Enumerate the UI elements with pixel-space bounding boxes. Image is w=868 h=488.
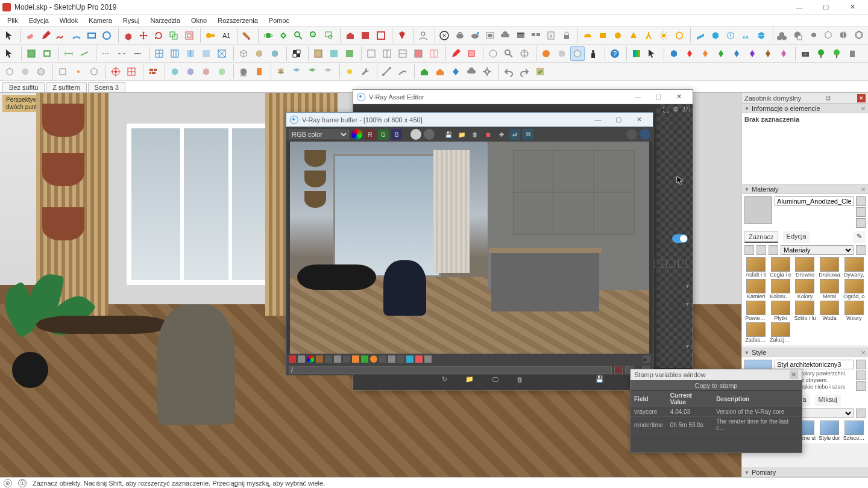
scene-tab-3[interactable]: Scena 3 bbox=[88, 82, 125, 92]
material-category[interactable]: Drewno bbox=[793, 257, 817, 278]
win3-icon[interactable] bbox=[395, 46, 410, 61]
materials-pencil-icon[interactable]: ✎ bbox=[853, 231, 866, 243]
vray-light-dome-icon[interactable] bbox=[580, 28, 594, 43]
zoom-extents-icon[interactable] bbox=[307, 28, 321, 43]
layer3-icon[interactable] bbox=[305, 64, 319, 79]
material-category[interactable]: Kolory bbox=[793, 279, 817, 299]
house-green-icon[interactable] bbox=[417, 64, 432, 79]
component-icon[interactable] bbox=[40, 46, 54, 61]
vfb-bt-3-icon[interactable] bbox=[307, 355, 314, 363]
grid-red-icon[interactable] bbox=[124, 64, 139, 79]
ae-settings-icon[interactable]: ⚙ bbox=[673, 105, 679, 113]
grid5-icon[interactable] bbox=[215, 46, 229, 61]
asset-editor-titlebar[interactable]: V-Ray Asset Editor — ▢ ✕ bbox=[353, 90, 693, 104]
box4-icon[interactable] bbox=[215, 64, 229, 79]
pushpull-icon[interactable] bbox=[121, 28, 135, 43]
text-icon[interactable]: A1 bbox=[219, 28, 233, 43]
marker-green-icon[interactable] bbox=[714, 46, 728, 61]
zoom-icon[interactable] bbox=[292, 28, 306, 43]
camera-icon[interactable] bbox=[798, 46, 813, 61]
shape2-icon[interactable] bbox=[71, 64, 86, 79]
close-button[interactable]: ✕ bbox=[839, 1, 866, 14]
vray-plane-icon[interactable] bbox=[693, 28, 707, 43]
layer4-icon[interactable] bbox=[321, 64, 335, 79]
material-category[interactable]: Ogród, o bbox=[842, 279, 866, 299]
vray-vfb-icon[interactable] bbox=[514, 28, 527, 43]
menu-view[interactable]: Widok bbox=[55, 16, 83, 25]
nav-menu-icon[interactable] bbox=[856, 245, 866, 255]
dash-1-icon[interactable] bbox=[99, 46, 113, 61]
style-category[interactable]: Style dor bbox=[818, 421, 841, 441]
shape3-icon[interactable] bbox=[87, 64, 101, 79]
vray-batch-icon[interactable] bbox=[529, 28, 542, 43]
vfb-bt-expand-icon[interactable]: » bbox=[643, 355, 650, 363]
vray-light-ies-icon[interactable] bbox=[641, 28, 655, 43]
dash-2-icon[interactable] bbox=[115, 46, 129, 61]
marker-red-icon[interactable] bbox=[682, 46, 697, 61]
help-icon[interactable]: ? bbox=[608, 46, 622, 61]
style-update-icon[interactable] bbox=[856, 371, 866, 380]
ae-section-chevron-icon[interactable]: ▾ bbox=[686, 301, 689, 307]
ae-close-button[interactable]: ✕ bbox=[668, 90, 689, 104]
vfb-bt-14-icon[interactable] bbox=[406, 355, 414, 363]
ae-box2-icon[interactable] bbox=[666, 260, 675, 268]
cube-c-icon[interactable] bbox=[34, 64, 48, 79]
picker-icon[interactable] bbox=[645, 46, 659, 61]
tree2-icon[interactable] bbox=[829, 46, 844, 61]
ae-refresh-icon[interactable]: ↻ bbox=[442, 375, 447, 383]
panel-close-icon[interactable]: ✕ bbox=[861, 186, 866, 193]
material-category[interactable]: Koloruj w bbox=[769, 279, 793, 299]
scene-tab-1[interactable]: Bez sufitu bbox=[2, 82, 45, 92]
select-arrow-icon[interactable] bbox=[2, 46, 17, 61]
apply-icon[interactable] bbox=[533, 64, 547, 79]
group-icon[interactable] bbox=[24, 46, 39, 61]
solid-shell-icon[interactable] bbox=[852, 28, 866, 43]
rotate-icon[interactable] bbox=[151, 28, 165, 43]
vray-light-omni-icon[interactable] bbox=[657, 28, 671, 43]
vfb-cc-icon[interactable] bbox=[626, 129, 637, 140]
checker-icon[interactable] bbox=[289, 46, 304, 61]
comp1-icon[interactable] bbox=[311, 46, 326, 61]
tape-icon[interactable] bbox=[203, 28, 217, 43]
box2-icon[interactable] bbox=[183, 64, 198, 79]
diamond-blue-icon[interactable] bbox=[448, 64, 463, 79]
vray-frame-buffer-window[interactable]: V-Ray frame buffer - [100% of 800 x 450]… bbox=[286, 112, 653, 370]
eraser-icon[interactable] bbox=[24, 28, 37, 43]
style-category[interactable]: Szkicowa bbox=[842, 421, 866, 441]
red-target-icon[interactable] bbox=[108, 64, 123, 79]
ae-maximize-button[interactable]: ▢ bbox=[648, 90, 668, 104]
create-material-icon[interactable] bbox=[856, 196, 866, 206]
vfb-bt-6-icon[interactable] bbox=[334, 355, 341, 363]
path2-icon[interactable] bbox=[395, 64, 410, 79]
ae-box1-icon[interactable] bbox=[654, 260, 662, 268]
vfb-bt-10-icon[interactable] bbox=[370, 355, 377, 363]
ae-monitor-icon[interactable]: 🖵 bbox=[492, 376, 498, 383]
warehouse-icon[interactable] bbox=[343, 28, 357, 43]
layer2-icon[interactable] bbox=[289, 64, 304, 79]
vfb-bt-16-icon[interactable] bbox=[424, 355, 432, 363]
vray-lock-icon[interactable] bbox=[559, 28, 573, 43]
style-settings-icon[interactable] bbox=[856, 381, 866, 391]
red-square-icon[interactable] bbox=[464, 46, 479, 61]
grid4-icon[interactable] bbox=[199, 46, 213, 61]
marker-orange-icon[interactable] bbox=[698, 46, 712, 61]
wrench-icon[interactable] bbox=[358, 64, 373, 79]
layer1-icon[interactable] bbox=[274, 64, 288, 79]
cube2-icon[interactable] bbox=[570, 46, 585, 61]
scale-icon[interactable] bbox=[167, 28, 181, 43]
arc-icon[interactable] bbox=[69, 28, 83, 43]
extension-icon[interactable] bbox=[359, 28, 373, 43]
orbit-icon[interactable] bbox=[261, 28, 275, 43]
cube1-icon[interactable] bbox=[555, 46, 569, 61]
scene-tab-2[interactable]: Z sufitem bbox=[46, 82, 86, 92]
material-category[interactable]: Drukowa bbox=[818, 257, 841, 278]
tray-close-icon[interactable]: ✕ bbox=[857, 94, 866, 102]
circle-icon[interactable] bbox=[100, 28, 114, 43]
copy-to-stamp-button[interactable]: Copy to stamp bbox=[631, 380, 802, 391]
nav-back-icon[interactable] bbox=[744, 245, 754, 255]
vray-light-sphere-icon[interactable] bbox=[611, 28, 625, 43]
materials-library-select[interactable]: Materiały bbox=[781, 245, 854, 255]
ae-trash-icon[interactable]: 🗑 bbox=[517, 376, 523, 383]
cube-blue-icon[interactable] bbox=[667, 46, 681, 61]
vfb-region-icon[interactable]: ✥ bbox=[496, 129, 507, 140]
